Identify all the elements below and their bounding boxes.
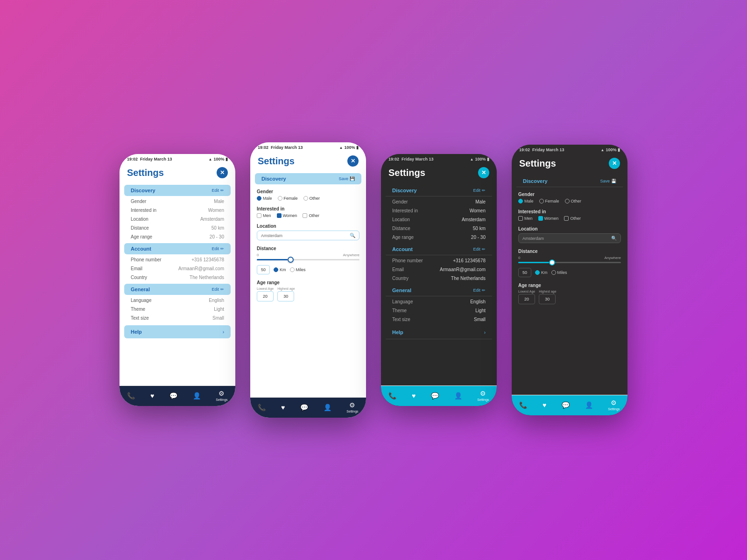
heart-nav-icon-1: ♥ [150,392,154,399]
location-input-2[interactable]: Amsterdam 🔍 [257,231,359,240]
nav-profile-2[interactable]: 👤 [324,404,331,411]
int-other-4[interactable]: Other [564,216,581,221]
km-option-2[interactable]: Km [274,267,286,272]
int-men-4[interactable]: Men [518,216,533,221]
nav-likes-1[interactable]: ♥ [150,392,154,399]
close-btn-3[interactable]: ✕ [478,167,489,178]
nav-messages-3[interactable]: 💬 [431,392,439,399]
int-women-2[interactable]: Women [277,213,297,218]
profile-nav-icon-1: 👤 [193,392,201,399]
gender-label-4: Gender [518,192,621,197]
lowest-age-input-4[interactable]: 20 [518,294,535,304]
slider-labels-4: 0 Anywhere [518,256,621,260]
nav-likes-3[interactable]: ♥ [412,392,416,399]
nav-settings-3[interactable]: ⚙ Settings [477,390,489,401]
slider-thumb-2[interactable] [288,257,294,263]
nav-calls-3[interactable]: 📞 [388,392,396,399]
account-edit-label-3: Edit [473,247,480,252]
msg-nav-icon-1: 💬 [169,392,177,399]
location-label-2: Location [257,224,359,229]
bottom-nav-1: 📞 ♥ 💬 👤 ⚙ Settings [120,385,235,406]
radio-female-circle-2 [278,196,282,201]
discovery-edit-btn-1[interactable]: Edit ✏ [211,188,224,193]
nav-profile-4[interactable]: 👤 [585,401,593,409]
miles-label-4: Miles [557,270,567,275]
wifi-icon-1: ▲ [209,157,212,161]
label-textsize-3: Text size [392,317,410,322]
help-chevron-3: › [484,330,486,335]
lowest-age-input-2[interactable]: 20 [257,291,274,301]
row-language-3: Language English [386,297,492,306]
gender-other-4[interactable]: Other [565,199,582,203]
account-edit-btn-1[interactable]: Edit ✏ [211,246,224,251]
general-edit-btn-3[interactable]: Edit ✏ [473,288,486,293]
nav-messages-1[interactable]: 💬 [169,392,177,399]
label-interested-1: Interested in [131,208,156,213]
close-btn-4[interactable]: ✕ [609,158,620,169]
nav-calls-2[interactable]: 📞 [258,404,266,411]
gender-other-2[interactable]: Other [303,196,320,201]
slider-fill-4 [518,262,549,263]
account-edit-btn-3[interactable]: Edit ✏ [473,247,486,252]
title-4: Settings [519,158,556,169]
cb-men-label-4: Men [524,216,533,221]
discovery-edit-btn-3[interactable]: Edit ✏ [473,188,486,193]
slider-track-4[interactable] [518,262,621,263]
nav-messages-2[interactable]: 💬 [300,404,308,411]
title-1: Settings [127,168,164,178]
value-phone-1: +316 12345678 [191,257,224,262]
label-distance-3: Distance [392,226,410,231]
general-edit-btn-1[interactable]: Edit ✏ [211,287,224,292]
slider-track-2[interactable] [257,259,359,260]
help-row-1[interactable]: Help › [124,325,231,338]
radio-female-circle-4 [539,199,544,203]
value-agerange-1: 20 - 30 [210,234,224,239]
save-btn-2[interactable]: Save 💾 [338,176,355,181]
save-btn-4[interactable]: Save 💾 [600,179,616,183]
label-phone-1: Phone number [131,257,162,262]
miles-option-4[interactable]: Miles [551,270,567,275]
radio-male-label-4: Male [524,199,534,203]
nav-settings-4[interactable]: ⚙ Settings [608,399,620,411]
account-pencil-1: ✏ [220,246,224,251]
settings-nav-label-3: Settings [477,398,489,401]
header-1: Settings ✕ [120,163,235,181]
km-option-4[interactable]: Km [535,270,548,275]
row-phone-3: Phone number +316 12345678 [386,256,492,265]
nav-likes-2[interactable]: ♥ [281,404,285,411]
nav-messages-4[interactable]: 💬 [562,401,570,409]
nav-profile-3[interactable]: 👤 [454,392,462,399]
gender-male-2[interactable]: Male [257,196,272,201]
gender-options-2: Male Female Other [257,196,359,201]
discovery-title-4: Discovery [523,178,548,184]
highest-age-input-2[interactable]: 30 [277,291,294,301]
gender-female-4[interactable]: Female [539,199,559,203]
nav-calls-1[interactable]: 📞 [127,392,135,399]
title-3: Settings [388,168,425,178]
help-row-3[interactable]: Help › [386,326,492,339]
gender-label-2: Gender [257,189,359,194]
discovery-edit-header-4: Discovery Save 💾 [516,175,623,187]
miles-option-2[interactable]: Miles [290,267,306,272]
int-men-2[interactable]: Men [257,213,271,218]
close-btn-1[interactable]: ✕ [217,167,228,178]
discovery-title-2: Discovery [261,176,286,182]
row-agerange-1: Age range 20 - 30 [124,232,231,241]
nav-settings-1[interactable]: ⚙ Settings [216,390,227,401]
nav-calls-4[interactable]: 📞 [519,401,527,409]
int-other-2[interactable]: Other [303,213,319,218]
location-input-4[interactable]: Amsterdam 🔍 [518,233,621,243]
slider-thumb-4[interactable] [549,259,555,266]
slider-fill-2 [257,259,288,260]
close-btn-2[interactable]: ✕ [347,155,359,167]
gender-female-2[interactable]: Female [278,196,298,201]
gender-male-4[interactable]: Male [518,199,534,203]
phone-nav-icon-4: 📞 [519,401,527,409]
nav-likes-4[interactable]: ♥ [543,401,546,409]
int-women-4[interactable]: Women [538,216,559,221]
highest-age-input-4[interactable]: 30 [539,294,556,304]
nav-profile-1[interactable]: 👤 [193,392,201,399]
nav-settings-2[interactable]: ⚙ Settings [346,401,358,413]
highest-age-label-4: Highest age [539,290,556,293]
value-country-3: The Netherlands [451,276,486,281]
